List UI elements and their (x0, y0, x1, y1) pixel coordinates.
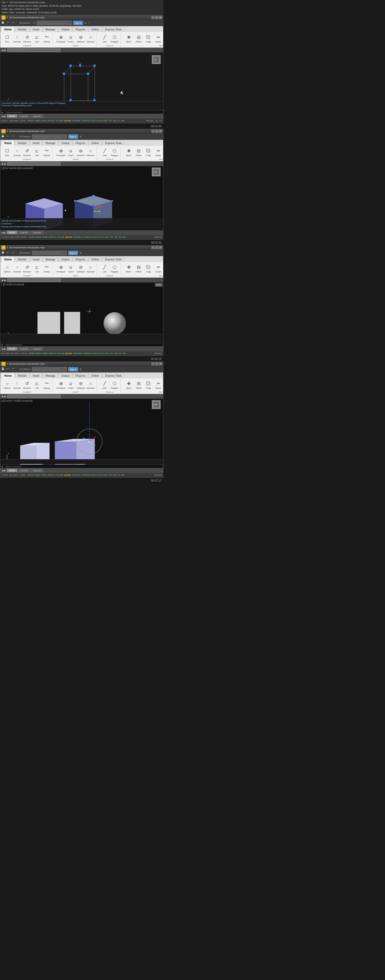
tab-layout2-1[interactable]: Layout2 (31, 114, 43, 118)
minimize-btn-4[interactable]: ─ (152, 362, 155, 366)
snap-infer[interactable]: INFER (27, 119, 34, 122)
btn-subtract-3[interactable]: ⊖Subtract (76, 262, 85, 274)
snap-am-2[interactable]: AM (122, 236, 126, 238)
restore-btn-2[interactable]: □ (155, 130, 158, 133)
tab-layout1-3[interactable]: Layout1 (18, 347, 30, 351)
tab-model-1[interactable]: Model (7, 114, 18, 118)
close-btn-2[interactable]: ✕ (159, 130, 162, 133)
settings-icon-2[interactable]: ⚙ (80, 135, 82, 138)
tab-layout2-3[interactable]: Layout2 (31, 347, 43, 351)
snap-ducs-2[interactable]: DUCS (93, 236, 99, 238)
snap-snap-2[interactable]: SNAP (36, 236, 42, 238)
btn-revolve-1[interactable]: ↺ Revolve (22, 33, 32, 44)
btn-sweep-2[interactable]: 〜Sweep (42, 146, 51, 158)
snap-grid[interactable]: GRID (41, 119, 46, 122)
quick-redo-btn-3[interactable]: ↪ (12, 251, 16, 255)
tab-output-2[interactable]: Output (59, 140, 72, 146)
snap-am[interactable]: AM (121, 119, 124, 122)
btn-presspull-1[interactable]: ⊕ Presspull (56, 33, 65, 44)
cmd-input-4[interactable] (7, 395, 61, 398)
nav-arrow-left-4[interactable]: ◀ (2, 469, 3, 472)
quick-undo-btn-3[interactable]: ↩ (7, 251, 10, 255)
tab-render-2[interactable]: Render (15, 140, 30, 146)
nav-fwd-1[interactable]: ▶ (4, 49, 6, 51)
restore-btn-3[interactable]: □ (155, 246, 158, 249)
snap-grid-2[interactable]: GRID (42, 236, 48, 238)
btn-polygon-1[interactable]: ⬡ Polygon (110, 33, 119, 44)
btn-subtract-2[interactable]: ⊖Subtract (76, 146, 85, 158)
quick-save-btn-4[interactable]: 💾 (2, 368, 5, 371)
tab-online-1[interactable]: Online (88, 27, 102, 32)
minimize-btn-3[interactable]: ─ (152, 246, 155, 249)
tab-plugins-3[interactable]: Plug-ins (73, 257, 88, 262)
tab-insert-4[interactable]: Insert (30, 373, 42, 378)
tab-output-1[interactable]: Output (59, 27, 72, 32)
btn-extrude-4[interactable]: ↑Extrude (12, 379, 22, 391)
tab-home-2[interactable]: Home (2, 140, 15, 146)
tab-online-2[interactable]: Online (88, 140, 102, 146)
btn-loft-4[interactable]: ⊏Loft (32, 379, 42, 391)
cmd-input-3[interactable] (7, 278, 61, 282)
snap-tpy-2[interactable]: TPY (110, 236, 114, 238)
btn-box-1[interactable]: ☐ Box (2, 33, 12, 44)
nav-arrow-right-3[interactable]: ▶ (4, 347, 6, 350)
nav-arrow-right-2[interactable]: ▶ (4, 231, 6, 234)
btn-erase-1[interactable]: ✂ Erase (153, 33, 163, 44)
nav-arrow-left-1[interactable]: ◀ (2, 115, 3, 118)
cmd-input-2[interactable] (7, 162, 61, 166)
settings-icon-1[interactable]: ⚙ (85, 22, 87, 24)
nav-fwd-2[interactable]: ▶ (4, 162, 6, 165)
quick-redo-btn-2[interactable]: ↪ (12, 135, 16, 138)
search-input-4[interactable] (32, 367, 67, 371)
btn-sweep-1[interactable]: 〜 Sweep (42, 33, 51, 44)
tab-online-3[interactable]: Online (88, 257, 102, 262)
tab-render-4[interactable]: Render (15, 373, 30, 378)
btn-line-1[interactable]: ╱ Line (100, 33, 109, 44)
btn-offset-4[interactable]: ⊟Offset (134, 379, 143, 391)
nav-fwd-3[interactable]: ▶ (4, 279, 6, 282)
tab-model-2[interactable]: Model (7, 231, 18, 234)
tab-layout1-1[interactable]: Layout1 (18, 114, 30, 118)
btn-copy-2[interactable]: ⿻Copy (144, 146, 153, 158)
tab-manage-2[interactable]: Manage (43, 140, 58, 146)
btn-intersect-3[interactable]: ∩Intersect (86, 262, 95, 274)
snap-lwt-2[interactable]: LWT (104, 236, 109, 238)
tab-express-4[interactable]: Express Tools (102, 373, 125, 378)
snap-dyn[interactable]: DYN (98, 119, 102, 122)
btn-union-2[interactable]: ∪Union (66, 146, 75, 158)
snap-polar-2[interactable]: POLAR (57, 236, 64, 238)
btn-move-4[interactable]: ✥Move (124, 379, 134, 391)
snap-ortho-2[interactable]: ORTHO (48, 236, 56, 238)
tab-model-4[interactable]: Model (7, 469, 18, 472)
tab-manage-4[interactable]: Manage (43, 373, 58, 378)
tab-express-1[interactable]: Express Tools (102, 27, 125, 32)
btn-subtract-4[interactable]: ⊖Subtract (76, 379, 85, 391)
btn-loft-1[interactable]: ⊏ Loft (32, 33, 42, 44)
btn-subtract-1[interactable]: ⊖ Subtract (76, 33, 85, 44)
btn-move-1[interactable]: ✥ Move (124, 33, 134, 44)
btn-extrude-2[interactable]: ↑Extrude (12, 146, 22, 158)
cmd-input-1[interactable] (7, 48, 61, 52)
snap-sc-2[interactable]: SC (118, 236, 121, 238)
tab-home-3[interactable]: Home (2, 257, 15, 262)
snap-otrack[interactable]: OTRACK (81, 119, 90, 122)
nav-back-3[interactable]: ◀ (2, 279, 3, 282)
close-btn-1[interactable]: ✕ (159, 16, 162, 19)
help-icon-1[interactable]: ? (88, 22, 90, 24)
btn-revolve-3[interactable]: ↺Revolve (22, 262, 32, 274)
btn-revolve-2[interactable]: ↺Revolve (22, 146, 32, 158)
tab-layout2-4[interactable]: Layout2 (31, 469, 43, 472)
tab-insert-2[interactable]: Insert (30, 140, 42, 146)
quick-save-btn[interactable]: 💾 (2, 21, 5, 25)
tab-manage-3[interactable]: Manage (43, 257, 58, 262)
snap-sc[interactable]: SC (117, 119, 120, 122)
nav-arrow-right-1[interactable]: ▶ (4, 115, 6, 118)
btn-erase-2[interactable]: ✂Erase (153, 146, 163, 158)
btn-polygon-4[interactable]: ⬡Polygon (110, 379, 119, 391)
snap-ducs[interactable]: DUCS (91, 119, 97, 122)
btn-line-4[interactable]: ╱Line (100, 379, 109, 391)
btn-loft-2[interactable]: ⊏Loft (32, 146, 42, 158)
btn-copy-4[interactable]: ⿻Copy (144, 379, 153, 391)
minimize-btn-2[interactable]: ─ (152, 130, 155, 133)
cmd-input-row-4[interactable]: ▶ Type a command (0, 465, 163, 468)
